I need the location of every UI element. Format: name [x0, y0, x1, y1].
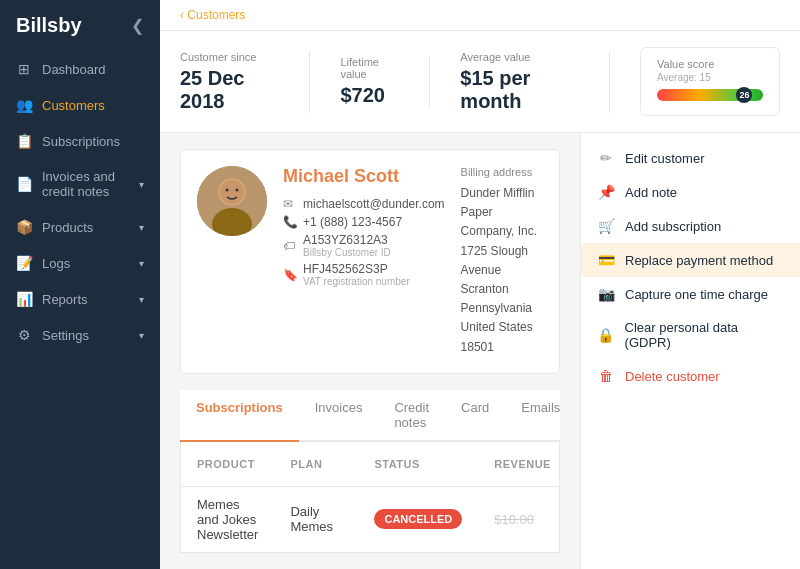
value-score-indicator: 26	[736, 87, 752, 103]
sidebar-item-customers[interactable]: 👥 Customers	[0, 87, 160, 123]
add-note-icon: 📌	[597, 184, 615, 200]
lifetime-value-stat: Lifetime value $720	[340, 56, 430, 107]
collapse-icon[interactable]: ❮	[131, 16, 144, 35]
chevron-icon-products: ▾	[139, 222, 144, 233]
sidebar-item-reports[interactable]: 📊 Reports ▾	[0, 281, 160, 317]
average-value: $15 per month	[460, 67, 579, 113]
value-score-label: Value score	[657, 58, 714, 70]
customer-since-label: Customer since	[180, 51, 279, 63]
profile-name: Michael Scott	[283, 166, 445, 187]
cell-revenue: $20.00	[478, 552, 560, 553]
tab-card[interactable]: Card	[445, 390, 505, 442]
clear-data-icon: 🔒	[597, 327, 615, 343]
action-delete-customer[interactable]: 🗑 Delete customer	[581, 359, 800, 393]
chevron-icon-reports: ▾	[139, 294, 144, 305]
svg-point-5	[236, 189, 239, 192]
billing-section: Billing address Dunder Mifflin Paper Com…	[461, 166, 543, 357]
average-label: Average value	[460, 51, 579, 63]
action-edit-customer[interactable]: ✏ Edit customer	[581, 141, 800, 175]
capture-charge-icon: 📷	[597, 286, 615, 302]
action-clear-data[interactable]: 🔒 Clear personal data (GDPR)	[581, 311, 800, 359]
dashboard-icon: ⊞	[16, 61, 32, 77]
edit-customer-icon: ✏	[597, 150, 615, 166]
billing-label: Billing address	[461, 166, 543, 178]
action-label-replace-payment: Replace payment method	[625, 253, 773, 268]
sidebar-label-customers: Customers	[42, 98, 105, 113]
tab-invoices[interactable]: Invoices	[299, 390, 379, 442]
value-score-box: Value score Average: 15 26	[640, 47, 780, 116]
tab-emails[interactable]: Emails	[505, 390, 576, 442]
col-status: Status	[358, 442, 478, 487]
action-label-add-note: Add note	[625, 185, 677, 200]
sidebar-label-dashboard: Dashboard	[42, 62, 106, 77]
subscriptions-icon: 📋	[16, 133, 32, 149]
svg-point-4	[226, 189, 229, 192]
customer-since-stat: Customer since 25 Dec 2018	[180, 51, 310, 113]
tab-credit-notes[interactable]: Credit notes	[378, 390, 445, 442]
breadcrumb[interactable]: Customers	[160, 0, 800, 31]
cell-product: Memes and Jokes Newsletter	[181, 486, 274, 552]
logo-area: Billsby ❮	[0, 0, 160, 51]
action-label-clear-data: Clear personal data (GDPR)	[625, 320, 784, 350]
cell-plan: Daily Memes	[274, 486, 358, 552]
action-capture-charge[interactable]: 📷 Capture one time charge	[581, 277, 800, 311]
value-score-sublabel: Average: 15	[657, 72, 711, 83]
customer-area: Michael Scott ✉ michaelscott@dunder.com …	[160, 133, 580, 569]
profile-vat: 🔖 HFJ452562S3P VAT registration number	[283, 262, 445, 287]
sidebar-label-products: Products	[42, 220, 93, 235]
sidebar-item-invoices[interactable]: 📄 Invoices and credit notes ▾	[0, 159, 160, 209]
col-revenue: Revenue	[478, 442, 560, 487]
sidebar-item-logs[interactable]: 📝 Logs ▾	[0, 245, 160, 281]
value-score-bar: 26	[657, 89, 763, 101]
cell-revenue: $10.00	[478, 486, 560, 552]
tab-subscriptions[interactable]: Subscriptions	[180, 390, 299, 442]
action-label-add-subscription: Add subscription	[625, 219, 721, 234]
sidebar-label-invoices: Invoices and credit notes	[42, 169, 129, 199]
avatar-image	[197, 166, 267, 236]
customers-icon: 👥	[16, 97, 32, 113]
action-label-delete-customer: Delete customer	[625, 369, 720, 384]
average-value-stat: Average value $15 per month	[460, 51, 610, 113]
action-label-edit-customer: Edit customer	[625, 151, 704, 166]
main-content: Customers Customer since 25 Dec 2018 Lif…	[160, 0, 800, 569]
action-add-subscription[interactable]: 🛒 Add subscription	[581, 209, 800, 243]
logo: Billsby	[16, 14, 82, 37]
cell-status: CANCELLED	[358, 486, 478, 552]
products-icon: 📦	[16, 219, 32, 235]
sidebar-item-products[interactable]: 📦 Products ▾	[0, 209, 160, 245]
action-panel: ✏ Edit customer 📌 Add note 🛒 Add subscri…	[580, 133, 800, 569]
profile-card: Michael Scott ✉ michaelscott@dunder.com …	[180, 149, 560, 374]
sidebar-label-reports: Reports	[42, 292, 88, 307]
id-icon: 🏷	[283, 239, 297, 253]
stats-bar: Customer since 25 Dec 2018 Lifetime valu…	[160, 31, 800, 133]
sidebar-item-subscriptions[interactable]: 📋 Subscriptions	[0, 123, 160, 159]
sidebar-label-settings: Settings	[42, 328, 89, 343]
profile-info: Michael Scott ✉ michaelscott@dunder.com …	[283, 166, 445, 357]
sidebar-item-settings[interactable]: ⚙ Settings ▾	[0, 317, 160, 353]
sidebar-label-subscriptions: Subscriptions	[42, 134, 120, 149]
cell-plan: Premium Box	[274, 552, 358, 553]
action-replace-payment[interactable]: 💳 Replace payment method	[581, 243, 800, 277]
body-row: Michael Scott ✉ michaelscott@dunder.com …	[160, 133, 800, 569]
sidebar-item-dashboard[interactable]: ⊞ Dashboard	[0, 51, 160, 87]
add-subscription-icon: 🛒	[597, 218, 615, 234]
action-add-note[interactable]: 📌 Add note	[581, 175, 800, 209]
profile-phone: 📞 +1 (888) 123-4567	[283, 215, 445, 229]
lifetime-value: $720	[340, 84, 399, 107]
svg-point-3	[220, 180, 244, 204]
delete-customer-icon: 🗑	[597, 368, 615, 384]
replace-payment-icon: 💳	[597, 252, 615, 268]
sidebar-nav: ⊞ Dashboard 👥 Customers 📋 Subscriptions …	[0, 51, 160, 353]
tabs-row: SubscriptionsInvoicesCredit notesCardEma…	[180, 390, 560, 442]
profile-email: ✉ michaelscott@dunder.com	[283, 197, 445, 211]
logs-icon: 📝	[16, 255, 32, 271]
lifetime-label: Lifetime value	[340, 56, 399, 80]
action-label-capture-charge: Capture one time charge	[625, 287, 768, 302]
vat-icon: 🔖	[283, 268, 297, 282]
cell-product: Joke Supplies Box	[181, 552, 274, 553]
table-row: Memes and Jokes NewsletterDaily MemesCAN…	[181, 486, 560, 552]
settings-icon: ⚙	[16, 327, 32, 343]
customer-since-value: 25 Dec 2018	[180, 67, 279, 113]
invoices-icon: 📄	[16, 176, 32, 192]
avatar	[197, 166, 267, 236]
